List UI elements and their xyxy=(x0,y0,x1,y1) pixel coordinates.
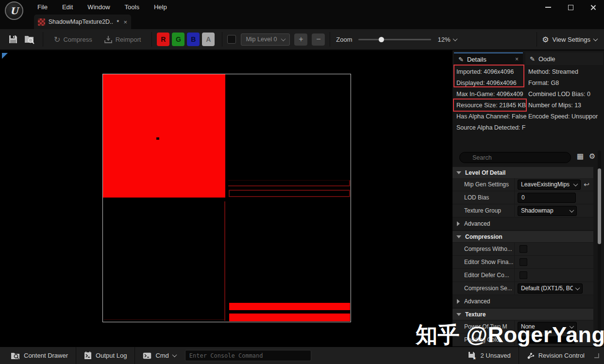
output-log-button[interactable]: Output Log xyxy=(78,347,133,364)
chevron-down-icon xyxy=(570,208,574,213)
content-drawer-icon xyxy=(11,351,20,360)
compression-advanced-expander[interactable]: Advanced xyxy=(453,295,593,308)
advanced-label: Advanced xyxy=(464,220,490,227)
channel-blue-button[interactable]: B xyxy=(187,33,200,46)
mip-level-dropdown[interactable]: Mip Level 0 xyxy=(241,33,290,46)
editor-defer-compression-checkbox[interactable] xyxy=(520,271,527,279)
chevron-down-icon xyxy=(172,352,177,357)
folder-search-icon xyxy=(24,34,35,45)
browse-to-asset-button[interactable] xyxy=(21,31,38,48)
compression-settings-dropdown[interactable]: Default (DXT1/5, BC xyxy=(518,283,583,294)
property-label: Texture Group xyxy=(453,204,515,217)
texture-group-dropdown[interactable]: Shadowmap xyxy=(518,206,577,216)
maximize-button[interactable] xyxy=(559,0,582,15)
annotation-box-resource-size xyxy=(453,99,527,112)
reset-to-default-icon[interactable]: ↩ xyxy=(584,181,589,188)
channel-alpha-button[interactable]: A xyxy=(202,33,215,46)
lod-bias-input[interactable]: 0 xyxy=(518,193,576,203)
section-texture[interactable]: Texture xyxy=(453,309,593,320)
content-drawer-button[interactable]: Content Drawer xyxy=(5,347,74,364)
edit-icon: ✎ xyxy=(458,56,464,63)
dropdown-value: Shadowmap xyxy=(521,207,567,214)
zoom-slider-thumb[interactable] xyxy=(379,37,384,42)
revision-control-label: Revision Control xyxy=(538,352,585,359)
menu-edit[interactable]: Edit xyxy=(55,0,80,15)
reimport-button[interactable]: Reimport xyxy=(98,35,147,44)
collapse-arrow-icon xyxy=(456,171,461,174)
texture-vertical-line xyxy=(224,201,225,321)
output-log-label: Output Log xyxy=(96,352,127,359)
chevron-down-icon xyxy=(573,182,578,186)
channel-green-button[interactable]: G xyxy=(172,33,185,46)
property-label: Compress Witho... xyxy=(453,243,515,255)
texture-preview-viewport[interactable] xyxy=(0,50,452,347)
toolbar-separator xyxy=(537,32,537,47)
property-label: LOD Bias xyxy=(453,191,515,204)
details-scrollbar[interactable] xyxy=(598,150,601,345)
document-tab-bar: ShadowMapTexture2D... * × xyxy=(0,15,604,29)
row-compress-without-alpha: Compress Witho... xyxy=(453,243,593,256)
toolbar-separator xyxy=(330,32,330,47)
property-label: Editor Defer Co... xyxy=(453,269,515,281)
dropdown-value: LeaveExistingMips xyxy=(521,181,571,188)
property-label: Editor Show Fina... xyxy=(453,256,515,268)
minimize-button[interactable] xyxy=(537,0,559,15)
edit-icon: ✎ xyxy=(530,55,535,63)
details-scrollbar-thumb[interactable] xyxy=(598,168,601,244)
tab-details[interactable]: ✎ Details × xyxy=(454,52,523,65)
save-button[interactable] xyxy=(5,31,21,48)
texture-preview xyxy=(102,74,351,322)
tab-close-icon[interactable]: × xyxy=(123,18,127,26)
cmd-selector[interactable]: Cmd xyxy=(137,347,182,364)
compress-label: Compress xyxy=(63,36,92,43)
details-panel: ✎ Details × ✎ Oodle Imported: 4096x4096 … xyxy=(452,50,604,347)
row-editor-defer-compression: Editor Defer Co... xyxy=(453,269,593,282)
property-label: Compression Se... xyxy=(453,282,515,295)
close-button[interactable] xyxy=(582,0,604,15)
tab-oodle[interactable]: ✎ Oodle xyxy=(525,52,603,65)
section-compression[interactable]: Compression xyxy=(453,231,593,242)
editor-show-final-checkbox[interactable] xyxy=(520,258,527,266)
search-input[interactable] xyxy=(459,152,571,163)
mip-level-checkbox[interactable] xyxy=(227,35,236,44)
section-level-of-detail[interactable]: Level Of Detail xyxy=(453,167,593,178)
compress-button[interactable]: ↻ Compress xyxy=(48,35,98,44)
channel-red-button[interactable]: R xyxy=(157,33,169,46)
mip-minus-button[interactable]: − xyxy=(312,33,325,46)
menu-tools[interactable]: Tools xyxy=(117,0,147,15)
mip-gen-settings-dropdown[interactable]: LeaveExistingMips xyxy=(518,180,581,190)
title-bar: U File Edit Window Tools Help xyxy=(0,0,604,15)
minimize-icon xyxy=(545,7,551,8)
view-settings-button[interactable]: ⚙ View Settings xyxy=(542,35,597,44)
row-lod-bias: LOD Bias 0 xyxy=(453,191,593,204)
resize-grip-icon[interactable] xyxy=(594,353,599,358)
settings-gear-icon[interactable]: ⚙ xyxy=(589,152,595,161)
section-title: Texture xyxy=(465,311,486,318)
advanced-label: Advanced xyxy=(464,298,490,305)
save-star-icon: ★ xyxy=(468,351,476,360)
mip-level-value: Mip Level 0 xyxy=(246,36,277,43)
chevron-down-icon xyxy=(281,36,286,41)
window-controls xyxy=(537,0,604,15)
toolbar-separator xyxy=(151,32,152,47)
view-settings-label: View Settings xyxy=(552,36,590,43)
details-tab-close-icon[interactable]: × xyxy=(515,56,519,63)
menu-window[interactable]: Window xyxy=(80,0,117,15)
zoom-dropdown-chevron-icon[interactable] xyxy=(453,36,457,41)
tab-shadowmap-texture[interactable]: ShadowMapTexture2D... * × xyxy=(34,15,131,29)
chevron-down-icon xyxy=(593,36,598,41)
compress-without-alpha-checkbox[interactable] xyxy=(520,245,527,253)
menu-file[interactable]: File xyxy=(30,0,55,15)
content-drawer-label: Content Drawer xyxy=(24,352,68,359)
texture-red-bar-1 xyxy=(229,303,350,310)
dropdown-value: Default (DXT1/5, BC xyxy=(521,285,573,292)
mip-plus-button[interactable]: + xyxy=(294,33,307,46)
display-filter-icon[interactable]: ▦ xyxy=(577,152,584,161)
statusbar-separator xyxy=(76,347,76,364)
texture-outline-rect-2 xyxy=(229,190,350,197)
lod-advanced-expander[interactable]: Advanced xyxy=(453,217,593,231)
menu-help[interactable]: Help xyxy=(147,0,174,15)
console-command-input[interactable] xyxy=(185,350,311,361)
texture-faint-line xyxy=(104,319,224,320)
zoom-slider[interactable] xyxy=(358,39,431,40)
